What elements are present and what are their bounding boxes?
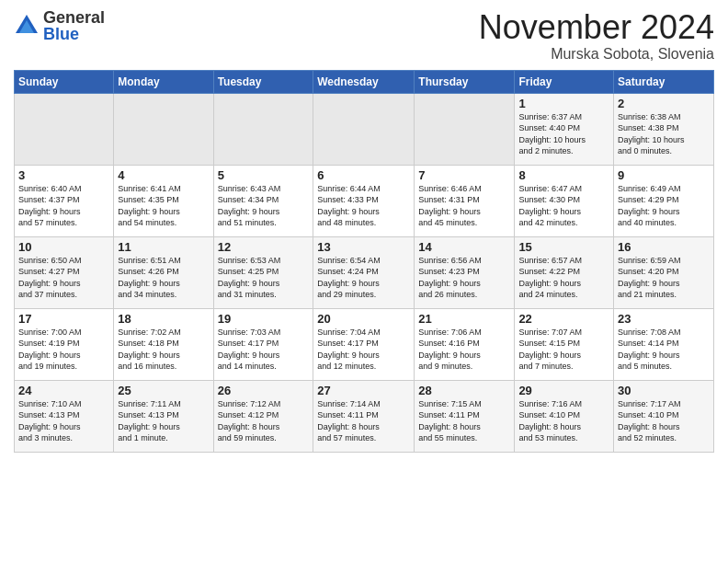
day-number: 10: [18, 240, 109, 254]
day-number: 21: [418, 312, 510, 326]
day-info: Sunrise: 6:37 AM Sunset: 4:40 PM Dayligh…: [518, 111, 609, 157]
day-info: Sunrise: 6:44 AM Sunset: 4:33 PM Dayligh…: [317, 183, 410, 229]
logo-general: General: [43, 9, 105, 26]
day-number: 7: [418, 168, 510, 182]
calendar-cell: 1Sunrise: 6:37 AM Sunset: 4:40 PM Daylig…: [515, 93, 614, 165]
day-number: 3: [18, 168, 109, 182]
day-number: 20: [317, 312, 410, 326]
calendar-cell: 27Sunrise: 7:14 AM Sunset: 4:11 PM Dayli…: [313, 380, 415, 452]
calendar-cell: 25Sunrise: 7:11 AM Sunset: 4:13 PM Dayli…: [114, 380, 213, 452]
calendar-cell: 23Sunrise: 7:08 AM Sunset: 4:14 PM Dayli…: [614, 308, 714, 380]
logo-text: General Blue: [43, 9, 105, 42]
calendar-cell: [213, 93, 313, 165]
day-info: Sunrise: 6:46 AM Sunset: 4:31 PM Dayligh…: [418, 183, 510, 229]
day-number: 5: [218, 168, 310, 182]
day-info: Sunrise: 6:59 AM Sunset: 4:20 PM Dayligh…: [618, 255, 710, 301]
calendar-cell: 9Sunrise: 6:49 AM Sunset: 4:29 PM Daylig…: [614, 165, 714, 236]
calendar-cell: 16Sunrise: 6:59 AM Sunset: 4:20 PM Dayli…: [614, 236, 714, 308]
day-info: Sunrise: 7:10 AM Sunset: 4:13 PM Dayligh…: [18, 398, 109, 444]
calendar-cell: 17Sunrise: 7:00 AM Sunset: 4:19 PM Dayli…: [15, 308, 114, 380]
day-info: Sunrise: 6:51 AM Sunset: 4:26 PM Dayligh…: [118, 255, 209, 301]
day-info: Sunrise: 6:50 AM Sunset: 4:27 PM Dayligh…: [18, 255, 109, 301]
day-info: Sunrise: 7:11 AM Sunset: 4:13 PM Dayligh…: [118, 398, 209, 444]
weekday-header: Thursday: [415, 70, 515, 93]
day-number: 19: [218, 312, 310, 326]
day-info: Sunrise: 7:15 AM Sunset: 4:11 PM Dayligh…: [418, 398, 510, 444]
calendar-cell: 3Sunrise: 6:40 AM Sunset: 4:37 PM Daylig…: [15, 165, 114, 236]
day-info: Sunrise: 7:06 AM Sunset: 4:16 PM Dayligh…: [418, 327, 510, 373]
weekday-header: Wednesday: [313, 70, 415, 93]
day-info: Sunrise: 7:16 AM Sunset: 4:10 PM Dayligh…: [518, 398, 609, 444]
day-number: 16: [618, 240, 710, 254]
calendar-cell: 18Sunrise: 7:02 AM Sunset: 4:18 PM Dayli…: [114, 308, 213, 380]
day-info: Sunrise: 7:00 AM Sunset: 4:19 PM Dayligh…: [18, 327, 109, 373]
weekday-header: Tuesday: [213, 70, 313, 93]
day-number: 9: [618, 168, 710, 182]
day-number: 6: [317, 168, 410, 182]
calendar-cell: 5Sunrise: 6:43 AM Sunset: 4:34 PM Daylig…: [213, 165, 313, 236]
day-number: 15: [518, 240, 609, 254]
day-number: 14: [418, 240, 510, 254]
weekday-header: Sunday: [15, 70, 114, 93]
day-number: 18: [118, 312, 209, 326]
calendar-cell: 7Sunrise: 6:46 AM Sunset: 4:31 PM Daylig…: [415, 165, 515, 236]
day-info: Sunrise: 6:41 AM Sunset: 4:35 PM Dayligh…: [118, 183, 209, 229]
calendar-cell: 14Sunrise: 6:56 AM Sunset: 4:23 PM Dayli…: [415, 236, 515, 308]
calendar-cell: 13Sunrise: 6:54 AM Sunset: 4:24 PM Dayli…: [313, 236, 415, 308]
day-info: Sunrise: 7:03 AM Sunset: 4:17 PM Dayligh…: [218, 327, 310, 373]
calendar-cell: 22Sunrise: 7:07 AM Sunset: 4:15 PM Dayli…: [515, 308, 614, 380]
month-title: November 2024: [479, 9, 714, 46]
calendar-cell: 28Sunrise: 7:15 AM Sunset: 4:11 PM Dayli…: [415, 380, 515, 452]
day-info: Sunrise: 7:14 AM Sunset: 4:11 PM Dayligh…: [317, 398, 410, 444]
day-number: 2: [618, 97, 710, 110]
day-info: Sunrise: 7:02 AM Sunset: 4:18 PM Dayligh…: [118, 327, 209, 373]
day-info: Sunrise: 7:17 AM Sunset: 4:10 PM Dayligh…: [618, 398, 710, 444]
day-info: Sunrise: 7:07 AM Sunset: 4:15 PM Dayligh…: [518, 327, 609, 373]
weekday-header: Friday: [515, 70, 614, 93]
calendar-cell: 2Sunrise: 6:38 AM Sunset: 4:38 PM Daylig…: [614, 93, 714, 165]
header: General Blue November 2024 Murska Sobota…: [14, 9, 714, 63]
calendar-cell: [114, 93, 213, 165]
calendar-cell: 29Sunrise: 7:16 AM Sunset: 4:10 PM Dayli…: [515, 380, 614, 452]
day-number: 30: [618, 384, 710, 397]
calendar-cell: 6Sunrise: 6:44 AM Sunset: 4:33 PM Daylig…: [313, 165, 415, 236]
day-number: 28: [418, 384, 510, 397]
day-info: Sunrise: 6:38 AM Sunset: 4:38 PM Dayligh…: [618, 111, 710, 157]
day-info: Sunrise: 6:47 AM Sunset: 4:30 PM Dayligh…: [518, 183, 609, 229]
day-info: Sunrise: 7:08 AM Sunset: 4:14 PM Dayligh…: [618, 327, 710, 373]
day-info: Sunrise: 6:56 AM Sunset: 4:23 PM Dayligh…: [418, 255, 510, 301]
day-number: 4: [118, 168, 209, 182]
day-number: 23: [618, 312, 710, 326]
calendar-cell: 15Sunrise: 6:57 AM Sunset: 4:22 PM Dayli…: [515, 236, 614, 308]
day-info: Sunrise: 6:43 AM Sunset: 4:34 PM Dayligh…: [218, 183, 310, 229]
weekday-header: Monday: [114, 70, 213, 93]
calendar-cell: [313, 93, 415, 165]
day-number: 12: [218, 240, 310, 254]
location: Murska Sobota, Slovenia: [479, 46, 714, 63]
calendar-cell: 26Sunrise: 7:12 AM Sunset: 4:12 PM Dayli…: [213, 380, 313, 452]
calendar-cell: 30Sunrise: 7:17 AM Sunset: 4:10 PM Dayli…: [614, 380, 714, 452]
calendar-cell: 4Sunrise: 6:41 AM Sunset: 4:35 PM Daylig…: [114, 165, 213, 236]
day-number: 11: [118, 240, 209, 254]
day-number: 22: [518, 312, 609, 326]
calendar-cell: [15, 93, 114, 165]
calendar-cell: 21Sunrise: 7:06 AM Sunset: 4:16 PM Dayli…: [415, 308, 515, 380]
calendar-table: SundayMondayTuesdayWednesdayThursdayFrid…: [14, 70, 714, 453]
calendar-cell: [415, 93, 515, 165]
calendar-cell: 20Sunrise: 7:04 AM Sunset: 4:17 PM Dayli…: [313, 308, 415, 380]
day-info: Sunrise: 7:12 AM Sunset: 4:12 PM Dayligh…: [218, 398, 310, 444]
logo: General Blue: [14, 9, 105, 42]
day-number: 25: [118, 384, 209, 397]
logo-blue: Blue: [43, 26, 105, 42]
title-block: November 2024 Murska Sobota, Slovenia: [479, 9, 714, 63]
day-info: Sunrise: 6:49 AM Sunset: 4:29 PM Dayligh…: [618, 183, 710, 229]
day-info: Sunrise: 7:04 AM Sunset: 4:17 PM Dayligh…: [317, 327, 410, 373]
logo-icon: [14, 13, 40, 39]
day-number: 13: [317, 240, 410, 254]
day-number: 1: [518, 97, 609, 110]
calendar-cell: 24Sunrise: 7:10 AM Sunset: 4:13 PM Dayli…: [15, 380, 114, 452]
day-info: Sunrise: 6:53 AM Sunset: 4:25 PM Dayligh…: [218, 255, 310, 301]
weekday-header: Saturday: [614, 70, 714, 93]
day-info: Sunrise: 6:54 AM Sunset: 4:24 PM Dayligh…: [317, 255, 410, 301]
page-container: General Blue November 2024 Murska Sobota…: [0, 0, 728, 457]
